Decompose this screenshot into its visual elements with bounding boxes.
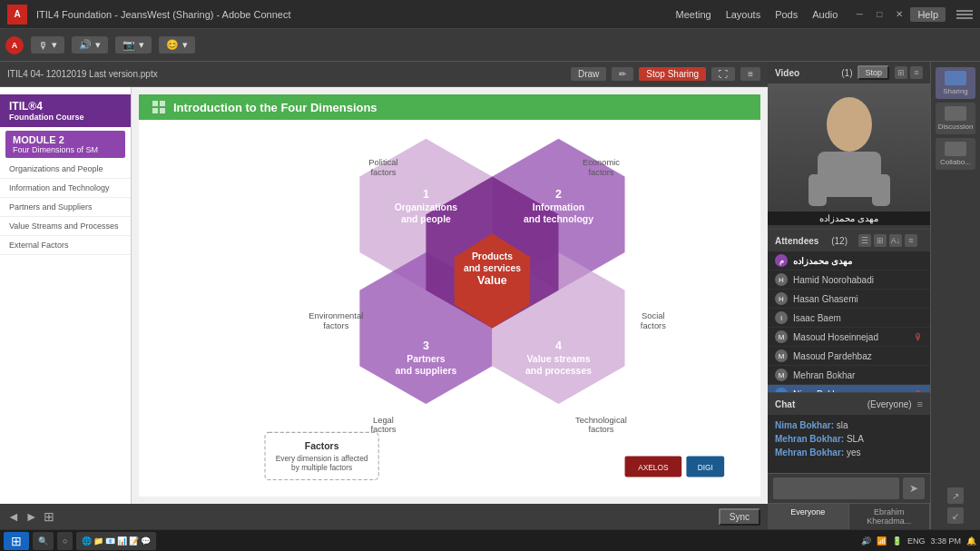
attendee-highlighted[interactable]: N Nima Bokhar 🎙: [768, 385, 930, 392]
video-title: Video: [775, 68, 836, 78]
attendee-host-name: مهدی محمدزاده: [793, 256, 923, 266]
draw-button[interactable]: Draw: [571, 67, 606, 81]
svg-rect-46: [818, 152, 881, 197]
video-container: مهدی محمدزاده: [768, 84, 930, 229]
taskbar-apps[interactable]: 🌐 📁 📧 📊 📝 💬: [76, 532, 156, 550]
svg-text:Partners: Partners: [407, 354, 445, 364]
video-stop-button[interactable]: Stop: [858, 65, 889, 80]
chat-tab-person[interactable]: Ebrahim Kheradma...: [849, 504, 931, 529]
svg-text:Organizations: Organizations: [395, 202, 458, 212]
chat-input[interactable]: [773, 477, 899, 499]
attendees-options-icon[interactable]: ≡: [905, 234, 917, 247]
window-maximize[interactable]: □: [872, 7, 887, 22]
right-section: Video (1) Stop ⊞ ≡: [768, 62, 980, 529]
pencil-icon-btn[interactable]: ✏: [612, 67, 633, 81]
expand-button[interactable]: ↗: [947, 487, 964, 504]
taskbar-cortana[interactable]: ○: [57, 532, 73, 550]
svg-rect-48: [872, 174, 890, 206]
cortana-icon: ○: [63, 536, 67, 546]
taskbar-app-icon: 📧: [105, 536, 115, 546]
send-button[interactable]: ➤: [903, 477, 925, 499]
menu-layouts[interactable]: Layouts: [726, 9, 761, 20]
start-button[interactable]: ⊞: [4, 532, 29, 550]
list-item[interactable]: I Isaac Baem: [768, 309, 930, 328]
speaker-button[interactable]: 🔊 ▾: [72, 36, 108, 54]
video-grid-icon[interactable]: ⊞: [895, 66, 907, 79]
attendee-avatar: I: [775, 311, 788, 324]
svg-text:Social: Social: [642, 310, 665, 320]
fullscreen-button[interactable]: ⛶: [711, 67, 735, 81]
attendees-grid-icon[interactable]: ⊞: [874, 234, 887, 247]
video-options-icon[interactable]: ≡: [910, 66, 923, 79]
svg-text:Technological: Technological: [575, 415, 627, 425]
stop-sharing-button[interactable]: Stop Sharing: [639, 67, 706, 81]
list-item[interactable]: H Hamid Noorohabadi: [768, 271, 930, 290]
window-close[interactable]: ✕: [892, 7, 906, 22]
nav-organizations[interactable]: Organizations and People: [0, 160, 131, 179]
speaker-dropdown[interactable]: ▾: [95, 39, 101, 51]
menu-meeting[interactable]: Meeting: [675, 9, 710, 20]
svg-rect-2: [152, 108, 158, 113]
attendee-name: Isaac Baem: [793, 313, 923, 323]
discussion-icon-button[interactable]: Discussion: [936, 103, 975, 134]
nav-sync-icon[interactable]: ⊞: [44, 509, 54, 524]
window-minimize[interactable]: ─: [852, 7, 867, 22]
list-item[interactable]: H Hasan Ghasemi: [768, 290, 930, 309]
list-item[interactable]: M Masoud Hoseinnejad 🎙: [768, 328, 930, 347]
video-panel-header: Video (1) Stop ⊞ ≡: [768, 62, 930, 84]
attendee-host[interactable]: م مهدی محمدزاده: [768, 251, 930, 271]
chat-options-icon[interactable]: ≡: [917, 398, 923, 409]
sharing-icon-button[interactable]: Sharing: [936, 67, 975, 99]
taskbar-notification-icon[interactable]: 🔔: [966, 536, 976, 546]
taskbar-app-icon: 📊: [117, 536, 127, 546]
mic-button[interactable]: 🎙 ▾: [31, 36, 64, 54]
taskbar-battery-icon[interactable]: 🔋: [892, 536, 902, 546]
video-panel: Video (1) Stop ⊞ ≡: [768, 62, 930, 230]
help-button[interactable]: Help: [910, 7, 946, 22]
taskbar-volume-icon[interactable]: 🔊: [861, 536, 871, 546]
options-button[interactable]: ≡: [740, 67, 760, 81]
taskbar-network-icon[interactable]: 📶: [877, 536, 887, 546]
camera-dropdown[interactable]: ▾: [139, 39, 144, 51]
app-title: ITIL4 Foundation - JeansWest (Sharing) -…: [36, 9, 671, 20]
mic-dropdown[interactable]: ▾: [52, 39, 57, 51]
nav-partners[interactable]: Partners and Suppliers: [0, 198, 131, 217]
sync-button[interactable]: Sync: [719, 508, 760, 526]
list-item[interactable]: M Masoud Pardehbaz: [768, 347, 930, 366]
chat-message: Nima Bokhar: sla: [775, 420, 923, 430]
svg-text:factors: factors: [323, 320, 348, 330]
svg-text:factors: factors: [588, 424, 613, 434]
attendee-avatar: M: [775, 330, 788, 343]
svg-text:Legal: Legal: [373, 415, 394, 425]
svg-rect-3: [160, 108, 165, 113]
nav-left-arrow[interactable]: ◄: [7, 509, 20, 524]
mic-icon: 🎙: [38, 40, 48, 51]
video-name-tag: مهدی محمدزاده: [768, 212, 930, 225]
svg-rect-0: [152, 101, 158, 106]
collab-icon-button[interactable]: Collabo...: [936, 138, 975, 170]
status-dropdown[interactable]: ▾: [182, 39, 188, 51]
camera-button[interactable]: 📷 ▾: [115, 36, 152, 54]
chat-tab-everyone[interactable]: Everyone: [768, 504, 849, 529]
svg-text:AXELOS: AXELOS: [638, 463, 669, 472]
bars-menu-icon[interactable]: [956, 10, 973, 19]
chat-input-row: ➤: [768, 473, 930, 503]
attendee-avatar: M: [775, 349, 788, 362]
svg-text:Factors: Factors: [305, 441, 339, 451]
collapse-button[interactable]: ↙: [947, 507, 964, 524]
menu-pods[interactable]: Pods: [775, 9, 798, 20]
attendees-sort-icon[interactable]: A↓: [889, 234, 902, 247]
taskbar-app-icon: 📁: [93, 536, 103, 546]
nav-right-arrow[interactable]: ►: [25, 509, 38, 524]
right-content: Video (1) Stop ⊞ ≡: [768, 62, 930, 529]
chat-tabs: Everyone Ebrahim Kheradma...: [768, 503, 930, 529]
attendees-list-icon[interactable]: ☰: [858, 234, 871, 247]
nav-external[interactable]: External Factors: [0, 236, 131, 255]
status-button[interactable]: 😊 ▾: [159, 36, 195, 54]
taskbar-search[interactable]: 🔍: [33, 532, 54, 550]
nav-value-streams[interactable]: Value Streams and Processes: [0, 217, 131, 236]
menu-audio[interactable]: Audio: [812, 9, 838, 20]
list-item[interactable]: M Mehran Bokhar: [768, 366, 930, 385]
svg-text:and people: and people: [401, 214, 451, 224]
nav-information[interactable]: Information and Technology: [0, 179, 131, 198]
